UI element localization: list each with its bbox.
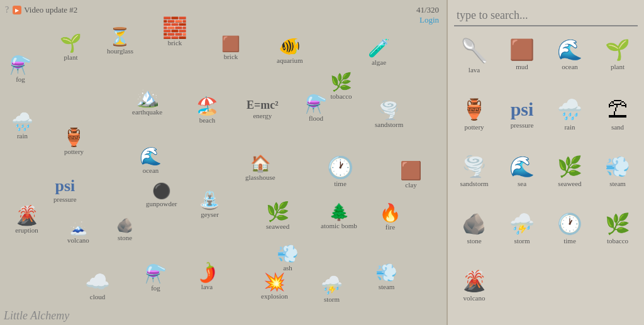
app-title: Little Alchemy xyxy=(4,309,69,322)
elem-flood[interactable]: ⚗️ flood xyxy=(305,96,327,122)
left-panel: ? Video update #2 41/320 Login ⚗️ fog 🌱 … xyxy=(0,0,447,325)
elem-time[interactable]: 🕐 time xyxy=(327,157,353,187)
elem-brick2[interactable]: 🟫 brick xyxy=(221,36,240,60)
elem-pottery[interactable]: 🏺 pottery xyxy=(63,129,85,155)
right-panel: 🥄 lava 🟫 mud 🌊 ocean 🌱 plant 🏺 pottery p… xyxy=(447,0,644,325)
elem-glasshouse[interactable]: 🏠 glasshouse xyxy=(245,156,275,181)
right-elem-sandstorm[interactable]: 🌪️ sandstorm xyxy=(453,153,496,206)
help-icon[interactable]: ? xyxy=(5,5,9,15)
elem-eruption[interactable]: 🌋 eruption xyxy=(15,206,38,234)
right-elem-plant[interactable]: 🌱 plant xyxy=(596,36,639,91)
right-elem-sand[interactable]: ⛱ sand xyxy=(596,96,639,148)
right-elem-pressure[interactable]: psi pressure xyxy=(501,96,543,148)
video-badge[interactable]: Video update #2 xyxy=(13,5,77,15)
elem-energy[interactable]: E=mc² energy xyxy=(247,99,279,119)
elem-geyser[interactable]: ⛲ geyser xyxy=(199,192,221,218)
element-count: 41/320 xyxy=(416,5,439,14)
elem-stone[interactable]: 🪨 stone xyxy=(116,219,133,241)
elem-brick1[interactable]: 🧱 brick xyxy=(162,18,187,47)
elem-steam[interactable]: 💨 steam xyxy=(375,264,397,290)
login-link[interactable]: Login xyxy=(416,15,439,25)
elem-fog2[interactable]: ⚗️ fog xyxy=(145,265,167,292)
elem-pressure[interactable]: psi pressure xyxy=(53,178,77,203)
elem-aquarium[interactable]: 🐠 aquarium xyxy=(277,38,303,64)
right-elem-pottery[interactable]: 🏺 pottery xyxy=(453,96,496,148)
play-icon xyxy=(13,6,21,14)
right-elem-stone[interactable]: 🪨 stone xyxy=(453,211,496,263)
elem-gunpowder[interactable]: ⚫ gunpowder xyxy=(146,184,177,207)
right-elem-sea[interactable]: 🌊 sea xyxy=(501,153,543,206)
elem-tobacco[interactable]: 🌿 tobacco xyxy=(330,74,352,100)
elem-sandstorm[interactable]: 🌪️ sandstorm xyxy=(375,102,403,128)
elem-cloud[interactable]: ☁️ cloud xyxy=(85,272,110,300)
counter: 41/320 Login xyxy=(416,5,439,25)
elem-earthquake[interactable]: 🏔️ earthquake xyxy=(132,88,162,116)
right-elem-lava[interactable]: 🥄 lava xyxy=(453,36,496,91)
elem-lava[interactable]: 🌶️ lava xyxy=(197,265,217,290)
search-container xyxy=(454,5,638,26)
elem-ash[interactable]: 💨 ash xyxy=(277,245,299,272)
elem-fog1[interactable]: ⚗️ fog xyxy=(9,57,31,83)
elem-ocean[interactable]: 🌊 ocean xyxy=(140,148,162,174)
elem-algae[interactable]: 🧪 algae xyxy=(368,40,390,66)
right-elem-rain[interactable]: 🌧️ rain xyxy=(548,96,591,148)
elem-rain[interactable]: 🌧️ rain xyxy=(11,113,33,140)
elem-volcano[interactable]: 🗻 volcano xyxy=(67,221,89,244)
right-elem-tobacco[interactable]: 🌿 tobacco xyxy=(596,211,639,263)
elem-fire[interactable]: 🔥 fire xyxy=(379,204,401,231)
elem-plant[interactable]: 🌱 plant xyxy=(60,35,82,61)
right-elem-steam[interactable]: 💨 steam xyxy=(596,153,639,206)
elem-hourglass[interactable]: ⏳ hourglass xyxy=(107,28,133,55)
elem-storm[interactable]: ⛈️ storm xyxy=(321,277,343,303)
header: ? Video update #2 xyxy=(5,5,77,15)
right-grid: 🥄 lava 🟫 mud 🌊 ocean 🌱 plant 🏺 pottery p… xyxy=(448,31,644,325)
search-input[interactable] xyxy=(454,5,638,26)
right-elem-ocean[interactable]: 🌊 ocean xyxy=(548,36,591,91)
right-elem-seaweed[interactable]: 🌿 seaweed xyxy=(548,153,591,206)
elem-seaweed[interactable]: 🌿 seaweed xyxy=(266,202,289,230)
elem-explosion[interactable]: 💥 explosion xyxy=(261,273,288,300)
header-title: Video update #2 xyxy=(24,5,77,15)
elem-atomic-bomb[interactable]: 🌲 atomic bomb xyxy=(321,204,357,229)
elem-clay[interactable]: 🟫 clay xyxy=(400,162,422,189)
elem-beach[interactable]: 🏖️ beach xyxy=(196,97,218,124)
right-elem-mud[interactable]: 🟫 mud xyxy=(501,36,543,91)
right-elem-time[interactable]: 🕐 time xyxy=(548,211,591,263)
right-elem-volcano[interactable]: 🌋 volcano xyxy=(453,268,496,320)
right-elem-storm[interactable]: ⛈️ storm xyxy=(501,211,543,263)
